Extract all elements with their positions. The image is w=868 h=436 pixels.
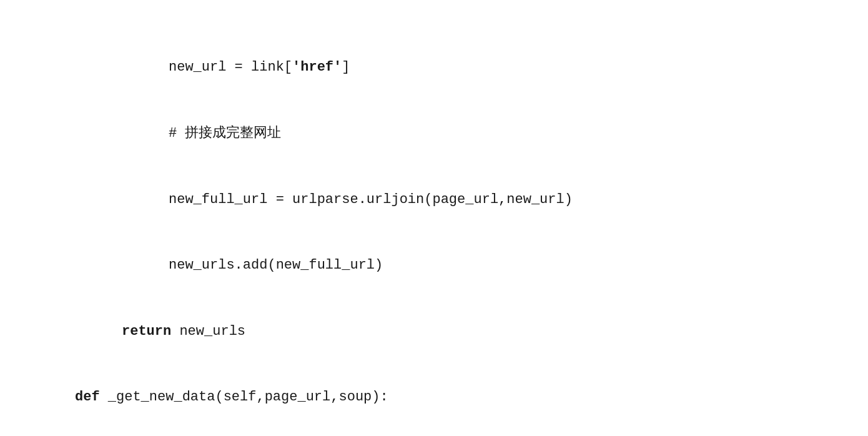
code-line-2: # 拼接成完整网址: [25, 122, 843, 144]
code-line-3: new_full_url = urlparse.urljoin(page_url…: [25, 189, 843, 211]
code-block: new_url = link['href'] # 拼接成完整网址 new_ful…: [25, 12, 843, 436]
code-line-4: new_urls.add(new_full_url): [25, 254, 843, 276]
code-line-6: def _get_new_data(self,page_url,soup):: [25, 386, 843, 408]
code-line-5: return new_urls: [25, 320, 843, 342]
code-line-1: new_url = link['href']: [25, 56, 843, 78]
